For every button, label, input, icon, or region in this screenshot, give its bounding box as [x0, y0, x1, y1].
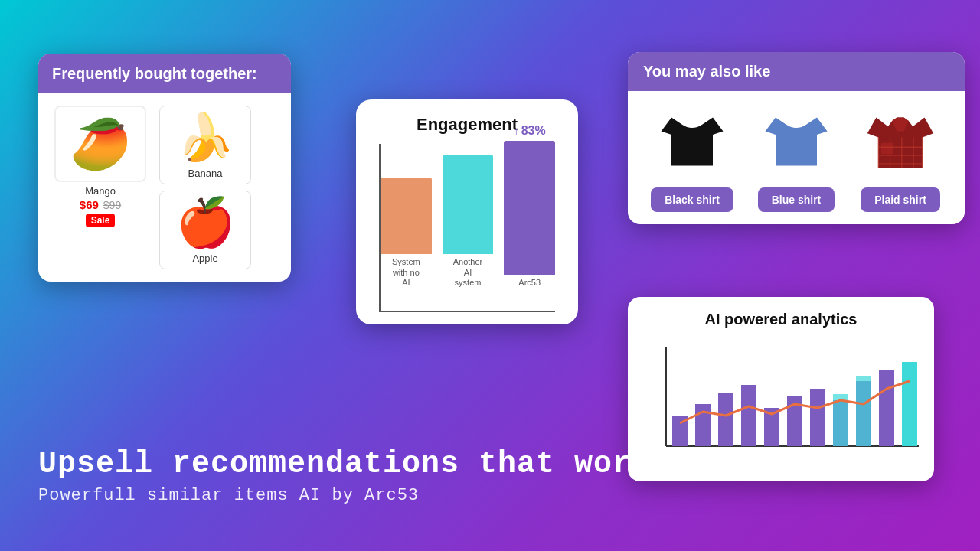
bar-another-label: AnotherAIsystem [453, 257, 483, 288]
ymal-plaid-shirt: Plaid shirt [854, 103, 946, 212]
fbt-mango-image: 🥭 [54, 106, 146, 182]
engagement-pct: 83% [521, 124, 546, 137]
plaid-shirt-svg [866, 107, 935, 176]
ymal-blue-shirt: Blue shirt [750, 103, 842, 212]
fbt-price-orig: $99 [103, 199, 121, 211]
fbt-mango-name: Mango [85, 185, 116, 197]
fbt-card: Frequently bought together: 🥭 Mango $69 … [38, 54, 291, 282]
fbt-header: Frequently bought together: [38, 54, 291, 93]
fbt-body: 🥭 Mango $69 $99 Sale 🍌 Banana 🍎 Apple [38, 93, 291, 282]
apple-emoji: 🍎 [176, 199, 235, 246]
bar-system-label: Systemwith noAI [392, 257, 420, 288]
fbt-main-item: 🥭 Mango $69 $99 Sale [51, 106, 150, 227]
subheadline: Powerfull similar items AI by Arc53 [38, 486, 651, 505]
fbt-banana-name: Banana [188, 168, 223, 179]
fbt-banana-image: 🍌 [175, 111, 236, 165]
black-shirt-svg [658, 107, 727, 176]
plaid-shirt-button[interactable]: Plaid shirt [861, 187, 940, 212]
svg-rect-23 [856, 376, 871, 446]
ymal-title: You may also like [643, 63, 949, 80]
bar-arc53-fill: ↑ 83% [504, 141, 555, 275]
bar-arc53: ↑ 83% Arc53 [504, 141, 555, 288]
blue-shirt-image [750, 103, 842, 180]
black-shirt-image [646, 103, 738, 180]
black-shirt-button[interactable]: Black shirt [651, 187, 733, 212]
fbt-price-sale: $69 [80, 198, 99, 211]
bar-arc53-pct-label: ↑ 83% [514, 124, 546, 138]
fbt-side-items: 🍌 Banana 🍎 Apple [159, 106, 279, 269]
bar-another-fill [443, 155, 494, 254]
svg-rect-2 [881, 143, 893, 154]
up-arrow-icon: ↑ [514, 125, 519, 137]
bar-system-fill [381, 178, 432, 254]
engagement-card: Engagement Systemwith noAI AnotherAIsyst… [356, 99, 578, 324]
svg-rect-20 [879, 370, 894, 446]
fbt-title: Frequently bought together: [52, 64, 277, 83]
svg-rect-14 [741, 385, 756, 446]
banana-emoji: 🍌 [177, 115, 234, 161]
svg-rect-17 [810, 389, 825, 446]
svg-rect-13 [718, 393, 733, 446]
ymal-card: You may also like Black shirt Blue shirt [628, 52, 965, 224]
analytics-card: AI powered analytics [628, 297, 934, 481]
fbt-price-row: $69 $99 [80, 198, 121, 211]
ymal-header: You may also like [628, 52, 965, 91]
svg-rect-21 [902, 362, 917, 446]
bottom-text: Upsell recommendations that work Powerfu… [38, 447, 651, 505]
svg-rect-12 [695, 404, 710, 446]
ymal-body: Black shirt Blue shirt [628, 91, 965, 224]
bar-system: Systemwith noAI [381, 178, 432, 288]
blue-shirt-svg [762, 107, 831, 176]
bar-arc53-label: Arc53 [518, 278, 541, 288]
fbt-apple-image: 🍎 [175, 196, 236, 249]
fbt-apple-item: 🍎 Apple [159, 191, 251, 269]
plaid-shirt-image [854, 103, 946, 180]
ymal-black-shirt: Black shirt [646, 103, 738, 212]
fbt-apple-name: Apple [192, 253, 217, 264]
analytics-title: AI powered analytics [643, 311, 919, 328]
blue-shirt-button[interactable]: Blue shirt [758, 187, 835, 212]
mango-emoji: 🥭 [70, 119, 131, 168]
fbt-sale-badge: Sale [86, 214, 116, 227]
chart-area: Systemwith noAI AnotherAIsystem ↑ 83% Ar… [379, 144, 555, 312]
fbt-banana-item: 🍌 Banana [159, 106, 251, 184]
headline: Upsell recommendations that work [38, 447, 651, 481]
analytics-svg [643, 339, 919, 461]
analytics-chart [643, 339, 919, 469]
bar-another: AnotherAIsystem [443, 155, 494, 288]
